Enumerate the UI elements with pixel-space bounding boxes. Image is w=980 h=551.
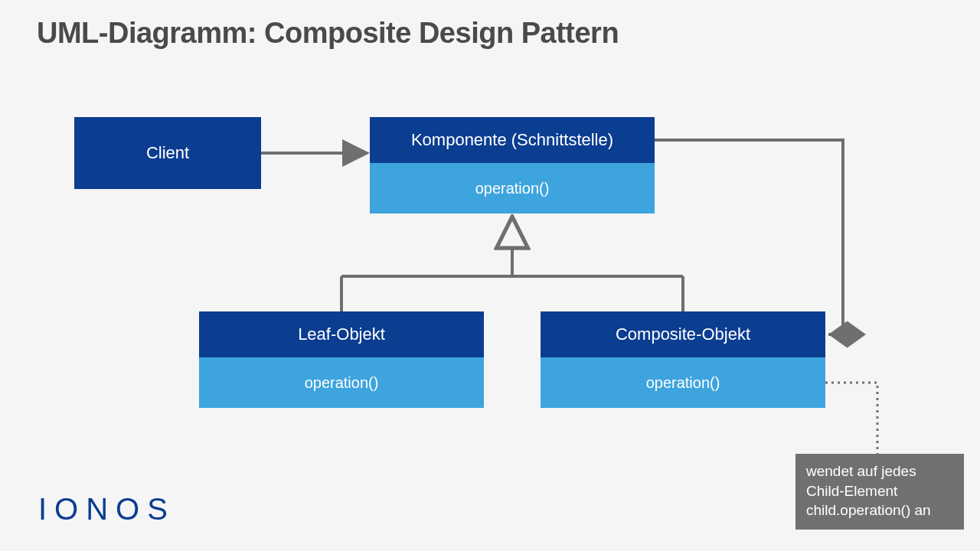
component-operation: operation() xyxy=(370,163,655,214)
diagram-title: UML-Diagramm: Composite Design Pattern xyxy=(37,17,619,50)
composite-operation: operation() xyxy=(541,357,825,408)
leaf-box: Leaf-Objekt operation() xyxy=(199,311,484,408)
composite-note: wendet auf jedes Child-Element child.ope… xyxy=(795,454,964,530)
brand-logo: IONOS xyxy=(38,492,175,527)
client-box: Client xyxy=(74,117,261,189)
edge-note-connector xyxy=(825,383,877,454)
composite-label: Composite-Objekt xyxy=(541,311,825,357)
leaf-operation: operation() xyxy=(199,357,484,408)
component-interface-box: Komponente (Schnittstelle) operation() xyxy=(370,117,655,214)
composite-box: Composite-Objekt operation() xyxy=(541,311,825,408)
client-label: Client xyxy=(74,117,261,189)
component-label: Komponente (Schnittstelle) xyxy=(370,117,655,163)
leaf-label: Leaf-Objekt xyxy=(199,311,484,357)
edge-aggregation xyxy=(655,140,843,334)
